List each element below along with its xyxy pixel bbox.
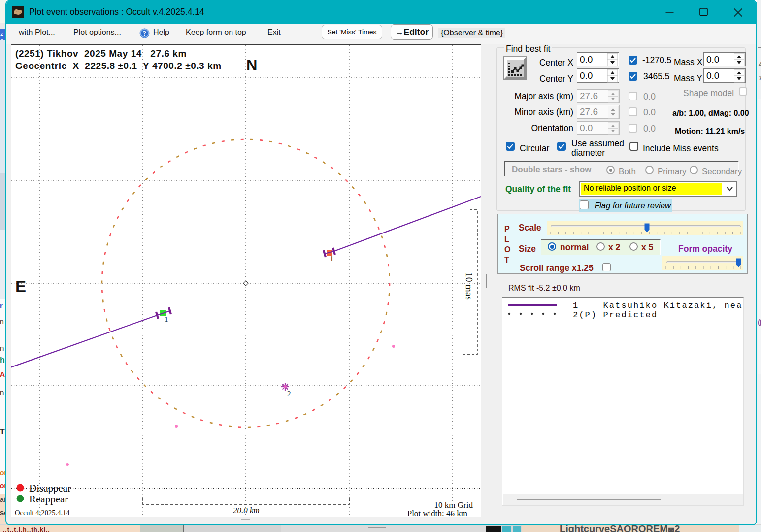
svg-text:N: N (246, 57, 257, 74)
svg-text:10 mas: 10 mas (464, 272, 474, 300)
svg-text:Geocentric X 2225.8 ±0.1 Y: Geocentric X 2225.8 ±0.1 Y 4700.2 ±0.3 k… (15, 61, 222, 71)
svg-text:E: E (15, 277, 26, 296)
svg-text:Disappear: Disappear (29, 482, 71, 494)
svg-text:2: 2 (287, 390, 291, 398)
svg-text:20.0 km: 20.0 km (233, 506, 260, 515)
svg-text:1: 1 (165, 315, 168, 323)
svg-text:(2251) Tikhov 2025 May 14 2: (2251) Tikhov 2025 May 14 27.6 km (15, 48, 187, 59)
svg-text:1: 1 (330, 255, 334, 263)
svg-text:Plot width: 46 km: Plot width: 46 km (407, 509, 467, 517)
svg-text:Reappear: Reappear (29, 493, 68, 505)
svg-text:?: ? (143, 30, 146, 37)
svg-text:Occult 4;2025.4.14: Occult 4;2025.4.14 (15, 509, 70, 517)
